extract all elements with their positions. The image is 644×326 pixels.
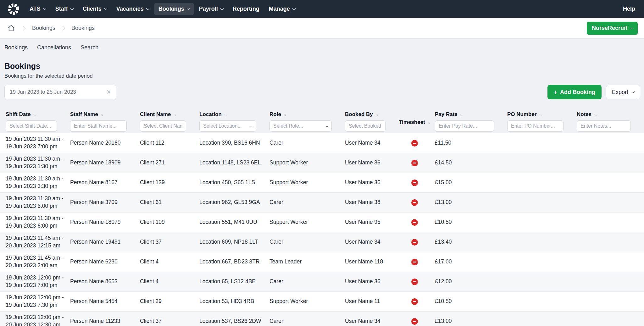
shift-end: 19 Jun 2023 6:00 pm [6, 202, 66, 210]
org-name-label: NurseRecruit [592, 25, 627, 31]
minus-circle-icon[interactable] [411, 318, 418, 325]
table-row: 19 Jun 2023 12:00 pm -19 Jun 2023 7:30 p… [0, 292, 644, 312]
filter-staff-name-input[interactable] [70, 120, 127, 132]
cell-location: Location 390, BS16 6HN [199, 139, 269, 147]
top-nav: ATSStaffClientsVacanciesBookingsPayrollR… [0, 0, 644, 18]
table-row: 19 Jun 2023 11:45 am -20 Jun 2023 12:15 … [0, 232, 644, 252]
table-row: 19 Jun 2023 12:00 pm -20 Jun 2023 12:30 … [0, 312, 644, 326]
minus-circle-icon[interactable] [411, 199, 418, 206]
sort-control-notes[interactable]: Notes↑↓ [577, 111, 640, 118]
sort-control-timesheet[interactable]: Timesheet↑↓ [399, 119, 430, 125]
nav-item-ats[interactable]: ATS [25, 3, 50, 15]
minus-circle-icon[interactable] [411, 239, 418, 246]
filter-pay-rate-input[interactable] [435, 120, 494, 132]
sort-control-location[interactable]: Location↑↓ [199, 111, 265, 118]
clear-date-icon[interactable]: ✕ [106, 89, 111, 95]
table-row: 19 Jun 2023 11:30 am -19 Jun 2023 6:00 p… [0, 193, 644, 213]
nav-item-manage[interactable]: Manage [264, 3, 300, 15]
filter-role-select[interactable]: Select Role... [269, 120, 332, 132]
nav-item-staff[interactable]: Staff [51, 3, 78, 15]
nav-item-clients[interactable]: Clients [78, 3, 111, 15]
filter-placeholder: Select Location... [203, 123, 242, 129]
tab-search[interactable]: Search [80, 44, 98, 51]
chevron-down-icon [325, 124, 329, 127]
export-label: Export [612, 89, 628, 96]
minus-circle-icon[interactable] [411, 298, 418, 305]
nav-item-label: Reporting [233, 6, 259, 12]
breadcrumb-item-bookings[interactable]: Bookings [32, 25, 55, 31]
filter-shift-date-input[interactable] [6, 120, 57, 132]
sort-control-shift-date[interactable]: Shift Date↑↓ [6, 111, 66, 118]
cell-location: Location 1148, LS23 6EL [199, 159, 269, 167]
filter-po-number-input[interactable] [507, 120, 564, 132]
column-header-client-name: Client Name↑↓ [140, 111, 199, 133]
minus-circle-icon[interactable] [411, 180, 418, 186]
minus-circle-icon[interactable] [411, 279, 418, 285]
sort-control-staff-name[interactable]: Staff Name↑↓ [70, 111, 136, 118]
cell-shift-date: 19 Jun 2023 11:30 am -19 Jun 2023 6:00 p… [0, 215, 70, 229]
chevron-down-icon [292, 7, 296, 10]
shift-start: 19 Jun 2023 11:30 am - [6, 175, 66, 183]
sort-control-po-number[interactable]: PO Number↑↓ [507, 111, 572, 118]
nav-item-reporting[interactable]: Reporting [228, 3, 264, 15]
cell-location: Location 537, BS26 2DW [199, 318, 269, 325]
minus-circle-icon[interactable] [411, 160, 418, 166]
cell-client-name: Client 112 [140, 139, 199, 147]
cell-shift-date: 19 Jun 2023 11:30 am -19 Jun 2023 7:00 p… [0, 135, 70, 150]
nav-help-link[interactable]: Help [621, 3, 637, 15]
cell-timesheet [399, 298, 435, 305]
shift-start: 19 Jun 2023 12:00 pm - [6, 274, 66, 282]
cell-staff-name: Person Name 3709 [70, 199, 140, 206]
column-label: Notes [577, 111, 591, 118]
filter-booked-by-input[interactable] [345, 120, 386, 132]
column-header-role: Role↑↓Select Role... [269, 111, 345, 133]
nav-item-bookings[interactable]: Bookings [154, 3, 194, 15]
filter-client-name-input[interactable] [140, 120, 186, 132]
cell-staff-name: Person Name 18909 [70, 159, 140, 167]
add-booking-button[interactable]: + Add Booking [547, 85, 602, 99]
cell-pay-rate: £11.50 [435, 139, 507, 147]
sort-control-pay-rate[interactable]: Pay Rate↑↓ [435, 111, 503, 118]
sort-icon: ↑↓ [375, 113, 378, 117]
export-button[interactable]: Export [606, 85, 640, 99]
cell-shift-date: 19 Jun 2023 11:30 am -19 Jun 2023 3:30 p… [0, 175, 70, 190]
shift-end: 19 Jun 2023 7:00 pm [6, 282, 66, 289]
shift-end: 19 Jun 2023 6:00 pm [6, 222, 66, 230]
org-switcher-button[interactable]: NurseRecruit [587, 22, 638, 35]
sort-control-client-name[interactable]: Client Name↑↓ [140, 111, 195, 118]
table-body: 19 Jun 2023 11:30 am -19 Jun 2023 7:00 p… [0, 133, 644, 326]
filter-location-select[interactable]: Select Location... [199, 120, 256, 132]
cell-shift-date: 19 Jun 2023 12:00 pm -19 Jun 2023 7:00 p… [0, 274, 70, 289]
cell-booked-by: User Name 38 [345, 199, 399, 206]
nav-item-payroll[interactable]: Payroll [195, 3, 228, 15]
minus-circle-icon[interactable] [411, 259, 418, 265]
cell-booked-by: User Name 11 [345, 298, 399, 305]
breadcrumb-item-bookings-current[interactable]: Bookings [71, 25, 95, 31]
date-range-value: 19 Jun 2023 to 25 Jun 2023 [10, 89, 76, 95]
tab-bookings[interactable]: Bookings [4, 44, 28, 51]
cell-staff-name: Person Name 8167 [70, 179, 140, 186]
tab-cancellations[interactable]: Cancellations [37, 44, 71, 51]
table-header: Shift Date↑↓Staff Name↑↓Client Name↑↓Loc… [0, 111, 644, 133]
shift-end: 19 Jun 2023 7:30 pm [6, 301, 66, 309]
sort-control-booked-by[interactable]: Booked By↑↓ [345, 111, 394, 118]
cell-timesheet [399, 160, 435, 166]
sort-control-role[interactable]: Role↑↓ [269, 111, 341, 118]
cell-shift-date: 19 Jun 2023 11:30 am -19 Jun 2023 1:30 p… [0, 155, 70, 170]
cell-role: Support Worker [269, 298, 345, 305]
date-range-input[interactable]: 19 Jun 2023 to 25 Jun 2023 ✕ [4, 85, 116, 99]
table-row: 19 Jun 2023 11:45 am -20 Jun 2023 2:00 a… [0, 252, 644, 272]
plus-icon: + [554, 89, 557, 96]
home-icon[interactable] [6, 23, 16, 33]
shift-start: 19 Jun 2023 11:30 am - [6, 135, 66, 143]
main-menu: ATSStaffClientsVacanciesBookingsPayrollR… [25, 3, 300, 15]
shift-start: 19 Jun 2023 11:30 am - [6, 155, 66, 163]
filter-notes-input[interactable] [577, 120, 631, 132]
minus-circle-icon[interactable] [411, 140, 418, 146]
chevron-down-icon [104, 7, 107, 10]
minus-circle-icon[interactable] [411, 219, 418, 226]
shift-start: 19 Jun 2023 12:00 pm - [6, 294, 66, 301]
cell-booked-by: User Name 36 [345, 159, 399, 167]
cell-client-name: Client 29 [140, 298, 199, 305]
nav-item-vacancies[interactable]: Vacancies [112, 3, 153, 15]
